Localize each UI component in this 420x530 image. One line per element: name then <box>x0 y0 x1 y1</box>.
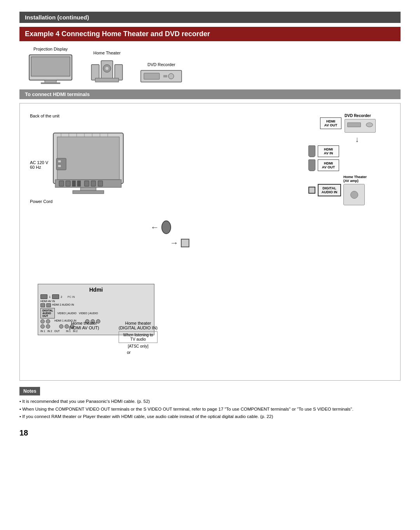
tv-back-diagram <box>49 121 143 230</box>
bottom-label-row: Home theater (HDMI AV OUT) Home theater … <box>69 321 158 348</box>
notes-section: Notes It is recommended that you use Pan… <box>19 387 401 421</box>
hdmi-av-out-2-section: HDMI AV OUT <box>308 159 394 171</box>
dvd-top-section: HDMI AV OUT DVD Recorder <box>320 114 394 133</box>
dvd-recorder-right: DVD Recorder <box>345 114 376 133</box>
svg-rect-33 <box>56 158 66 170</box>
hdmi-port-1 <box>40 294 47 299</box>
digital-audio-row: DIGITALAUDIOOUT VIDEO | AUDIO VIDEO | AU… <box>40 308 152 318</box>
right-devices-panel: HDMI AV OUT DVD Recorder ↓ HDMI <box>297 114 394 208</box>
hdmi-av-out-2-connector <box>308 159 315 171</box>
example-header: Example 4 Connecting Home Theater and DV… <box>19 27 401 41</box>
hdmi-av-in-port-label: HDMI AV IN <box>321 147 336 155</box>
square-connector <box>181 239 189 247</box>
hdmi-big-label: Hdmi <box>40 287 152 293</box>
svg-rect-7 <box>91 65 99 80</box>
arrow-left-icon: ← <box>150 222 159 233</box>
back-of-unit-label: Back of the unit <box>30 114 60 118</box>
projection-display-label: Projection Display <box>33 47 68 51</box>
svg-rect-28 <box>72 181 75 186</box>
or-text: or <box>100 350 158 355</box>
note-item-2: When Using the COMPONENT VIDEO OUT termi… <box>19 406 401 413</box>
svg-rect-9 <box>95 78 119 82</box>
tv-audio-text: TV audio <box>122 337 154 341</box>
notes-list: It is recommended that you use Panasonic… <box>19 398 401 421</box>
hdmi-port-2-num: 2 <box>61 296 62 298</box>
home-theater-digital-label: Home theater (DIGITAL AUDIO IN) When lis… <box>119 321 158 348</box>
when-listening-text: When listening to <box>122 333 154 337</box>
hdmi2-audio-label: HDMI 2 AUDIO IN <box>52 303 74 307</box>
svg-rect-11 <box>144 73 159 79</box>
hdmi-av-in-row: HDMI AV IN <box>40 300 152 303</box>
home-theater-item: Home Theater <box>89 51 124 84</box>
dvd-disc <box>366 122 373 127</box>
pc-in-label: PC IN <box>68 296 75 298</box>
home-theater-right: Home Theater (AV amp) <box>343 175 367 205</box>
svg-point-12 <box>168 73 174 79</box>
svg-rect-3 <box>41 82 60 84</box>
home-theater-label: Home Theater <box>93 51 121 55</box>
ht-small-icon <box>343 184 365 205</box>
home-theater-icon <box>89 57 124 84</box>
bottom-section: Home theater (HDMI AV OUT) Home theater … <box>69 321 158 355</box>
svg-rect-30 <box>84 181 89 186</box>
notes-header: Notes <box>19 387 40 395</box>
center-connection-area-2: → <box>170 238 189 248</box>
rca-port-6 <box>40 324 45 329</box>
dvd-screen <box>347 122 361 127</box>
arrow-down-dvd-icon: ↓ <box>320 135 394 144</box>
power-cord-label: Power Cord <box>30 199 52 204</box>
dvd-recorder-icon <box>140 68 183 84</box>
device-row: Projection Display Home Theater DVD Reco… <box>19 47 401 84</box>
in1-label: IN 1 <box>40 330 45 332</box>
svg-rect-27 <box>66 181 70 186</box>
svg-rect-24 <box>73 191 104 194</box>
hdmi-av-out-port: HDMI AV OUT <box>320 117 341 129</box>
hdmi-av-in-label: HDMI AV IN <box>40 300 55 303</box>
svg-rect-32 <box>98 181 103 186</box>
svg-point-6 <box>105 67 108 70</box>
digital-audio-in-section: DIGITAL AUDIO IN Home Theater (AV amp) <box>308 175 394 205</box>
arrow-right-icon: → <box>170 238 178 248</box>
in2-label: IN 2 <box>47 330 52 332</box>
home-theater-hdmi-label: Home theater (HDMI AV OUT) <box>69 321 99 348</box>
hdmi-section-header: To connect HDMI terminals <box>19 89 401 99</box>
installation-header: Installation (continued) <box>19 12 401 23</box>
diagram-inner: Back of the unit <box>26 110 394 374</box>
optical-connector <box>161 220 171 234</box>
hdmi-row-1: 1 2 PC IN <box>40 294 152 299</box>
dvd-recorder-item: DVD Recorder <box>140 62 183 84</box>
hdmi-av-out-2-label: HDMI AV OUT <box>321 161 336 169</box>
hdmi2-row: HDMI 2 AUDIO IN <box>40 303 152 307</box>
hdmi2-port-2 <box>46 303 51 307</box>
digital-audio-in-port: DIGITAL AUDIO IN <box>318 184 341 196</box>
tv-back-svg <box>49 121 139 222</box>
hdmi-port-1-num: 1 <box>49 296 51 298</box>
when-listening-box: When listening to TV audio <box>119 331 158 343</box>
svg-rect-8 <box>115 65 122 80</box>
projection-display-item: Projection Display <box>27 47 74 84</box>
ac-label: AC 120 V60 Hz <box>30 160 48 170</box>
hdmi-av-out-2-port: HDMI AV OUT <box>318 159 339 171</box>
hdmi2-port <box>40 303 45 307</box>
tv-icon <box>27 53 74 84</box>
digital-audio-in-label: DIGITAL AUDIO IN <box>321 186 338 194</box>
rca-port-8 <box>59 324 63 329</box>
rca-port-1 <box>40 319 45 324</box>
digital-audio-out-port: DIGITALAUDIOOUT <box>40 308 55 318</box>
svg-rect-13 <box>163 75 167 77</box>
note-item-1: It is recommended that you use Panasonic… <box>19 398 401 406</box>
hdmi-av-in-connector <box>308 145 315 157</box>
rca-port-2 <box>46 319 50 324</box>
dvd-small-icon <box>345 119 376 133</box>
digital-audio-in-connector <box>308 187 315 194</box>
diagram-box: Back of the unit <box>19 103 401 381</box>
ht-speaker <box>350 191 358 199</box>
svg-rect-1 <box>31 57 70 76</box>
hdmi-port-2 <box>52 294 59 299</box>
video-audio-label: VIDEO | AUDIO <box>57 312 76 315</box>
atsc-only-text: [ATSC only] <box>119 344 158 348</box>
svg-rect-35 <box>58 165 61 167</box>
video-audio-label-2: VIDEO | AUDIO <box>79 312 98 315</box>
home-theater-right-label: Home Theater (AV amp) <box>343 175 367 183</box>
dvd-recorder-label: DVD Recorder <box>147 62 175 67</box>
